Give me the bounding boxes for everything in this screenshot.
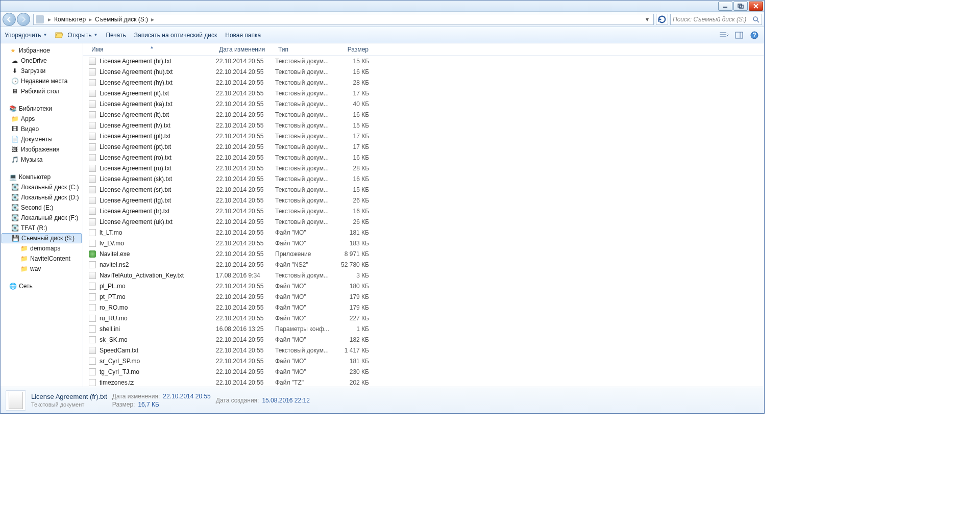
file-row[interactable]: Navitel.exe22.10.2014 20:55Приложение8 9… [83, 248, 764, 259]
disk-icon: 💽 [11, 214, 19, 222]
sidebar-item-disk-c[interactable]: 💽Локальный диск (C:) [1, 182, 83, 192]
file-name: ro_RO.mo [100, 304, 216, 311]
address-bar[interactable]: ▸ Компьютер ▸ Съемный диск (S:) ▸ ▾ [33, 14, 654, 25]
sidebar-item-video[interactable]: 🎞Видео [1, 124, 83, 134]
search-placeholder: Поиск: Съемный диск (S:) [673, 16, 752, 23]
sidebar-item-desktop[interactable]: 🖥Рабочий стол [1, 86, 83, 96]
file-icon [88, 282, 96, 290]
search-input[interactable]: Поиск: Съемный диск (S:) [670, 14, 762, 25]
file-row[interactable]: License Agreement (hy).txt22.10.2014 20:… [83, 77, 764, 88]
forward-button[interactable] [17, 13, 30, 26]
minimize-button[interactable] [718, 2, 732, 11]
sidebar-item-wav[interactable]: 📁wav [1, 264, 83, 274]
file-icon [88, 271, 96, 280]
file-row[interactable]: SpeedCam.txt22.10.2014 20:55Текстовый до… [83, 345, 764, 356]
close-button[interactable] [749, 2, 763, 11]
preview-pane-button[interactable] [733, 30, 745, 41]
file-row[interactable]: ru_RU.mo22.10.2014 20:55Файл "MO"227 КБ [83, 313, 764, 323]
file-rows[interactable]: License Agreement (hr).txt22.10.2014 20:… [83, 56, 764, 387]
sidebar-item-disk-d[interactable]: 💽Локальный диск (D:) [1, 192, 83, 203]
titlebar [1, 1, 764, 12]
file-row[interactable]: License Agreement (pt).txt22.10.2014 20:… [83, 141, 764, 152]
file-row[interactable]: pl_PL.mo22.10.2014 20:55Файл "MO"180 КБ [83, 281, 764, 291]
burn-button[interactable]: Записать на оптический диск [134, 32, 217, 39]
file-row[interactable]: License Agreement (hu).txt22.10.2014 20:… [83, 66, 764, 77]
sidebar-item-disk-e[interactable]: 💽Second (E:) [1, 203, 83, 213]
sidebar-item-pictures[interactable]: 🖼Изображения [1, 144, 83, 155]
new-folder-button[interactable]: Новая папка [225, 32, 261, 39]
file-size: 28 КБ [331, 79, 372, 86]
file-row[interactable]: License Agreement (tr).txt22.10.2014 20:… [83, 206, 764, 216]
sidebar-item-music[interactable]: 🎵Музыка [1, 155, 83, 165]
file-row[interactable]: ro_RO.mo22.10.2014 20:55Файл "MO"179 КБ [83, 302, 764, 313]
file-row[interactable]: pt_PT.mo22.10.2014 20:55Файл "MO"179 КБ [83, 291, 764, 302]
print-button[interactable]: Печать [106, 32, 126, 39]
refresh-button[interactable] [656, 14, 668, 25]
back-button[interactable] [3, 13, 16, 26]
file-name: ru_RU.mo [100, 315, 216, 322]
sidebar-item-disk-f[interactable]: 💽Локальный диск (F:) [1, 213, 83, 223]
file-type: Текстовый докум... [275, 165, 331, 172]
sidebar-libraries[interactable]: 📚Библиотеки [1, 104, 83, 114]
file-date: 22.10.2014 20:55 [216, 143, 275, 150]
sidebar-favorites[interactable]: ★Избранное [1, 45, 83, 56]
sidebar-item-recent[interactable]: 🕓Недавние места [1, 76, 83, 86]
open-button[interactable]: Открыть▼ [55, 31, 97, 39]
file-row[interactable]: navitel.ns222.10.2014 20:55Файл "NS2"52 … [83, 259, 764, 270]
file-name: navitel.ns2 [100, 261, 216, 268]
file-row[interactable]: NaviTelAuto_Activation_Key.txt17.08.2016… [83, 270, 764, 281]
file-name: NaviTelAuto_Activation_Key.txt [100, 272, 216, 279]
sidebar-computer[interactable]: 💻Компьютер [1, 172, 83, 182]
file-row[interactable]: sr_Cyrl_SP.mo22.10.2014 20:55Файл "MO"18… [83, 356, 764, 366]
breadcrumb-drive[interactable]: Съемный диск (S:) [94, 16, 149, 23]
file-row[interactable]: License Agreement (ro).txt22.10.2014 20:… [83, 152, 764, 163]
file-row[interactable]: License Agreement (ka).txt22.10.2014 20:… [83, 98, 764, 109]
sidebar-item-documents[interactable]: 📄Документы [1, 134, 83, 144]
sidebar-item-demomaps[interactable]: 📁demomaps [1, 243, 83, 254]
file-row[interactable]: License Agreement (it).txt22.10.2014 20:… [83, 88, 764, 98]
file-row[interactable]: sk_SK.mo22.10.2014 20:55Файл "MO"182 КБ [83, 334, 764, 345]
file-row[interactable]: tg_Cyrl_TJ.mo22.10.2014 20:55Файл "MO"23… [83, 366, 764, 377]
column-type[interactable]: Тип [275, 46, 331, 53]
file-row[interactable]: License Agreement (sk).txt22.10.2014 20:… [83, 173, 764, 184]
file-type: Файл "MO" [275, 315, 331, 322]
file-row[interactable]: shell.ini16.08.2016 13:25Параметры конф.… [83, 323, 764, 334]
disk-icon: 💽 [11, 183, 19, 191]
file-row[interactable]: License Agreement (ru).txt22.10.2014 20:… [83, 163, 764, 173]
sidebar-item-disk-s[interactable]: 💾Съемный диск (S:) [2, 233, 82, 243]
sidebar-item-disk-r[interactable]: 💽TFAT (R:) [1, 223, 83, 233]
file-row[interactable]: lv_LV.mo22.10.2014 20:55Файл "MO"183 КБ [83, 238, 764, 248]
file-date: 22.10.2014 20:55 [216, 261, 275, 268]
music-icon: 🎵 [11, 156, 19, 164]
file-name: License Agreement (sk).txt [100, 175, 216, 183]
sidebar-item-apps[interactable]: 📁Apps [1, 114, 83, 124]
file-row[interactable]: License Agreement (tg).txt22.10.2014 20:… [83, 195, 764, 206]
sidebar-item-downloads[interactable]: ⬇Загрузки [1, 66, 83, 76]
column-name[interactable]: Имя▲ [88, 46, 216, 53]
sidebar-item-navitelcontent[interactable]: 📁NavitelContent [1, 254, 83, 264]
view-mode-button[interactable] [718, 30, 729, 41]
file-size: 16 КБ [331, 154, 372, 161]
help-button[interactable]: ? [749, 30, 760, 41]
address-dropdown-icon[interactable]: ▾ [643, 16, 651, 23]
svg-rect-11 [736, 32, 743, 38]
column-size[interactable]: Размер [331, 46, 372, 53]
details-filetype: Текстовый документ [31, 401, 107, 408]
sidebar-item-onedrive[interactable]: ☁OneDrive [1, 56, 83, 66]
file-row[interactable]: License Agreement (sr).txt22.10.2014 20:… [83, 184, 764, 195]
file-name: shell.ini [100, 325, 216, 333]
file-size: 1 417 КБ [331, 347, 372, 354]
file-name: sr_Cyrl_SP.mo [100, 358, 216, 365]
file-row[interactable]: License Agreement (lt).txt22.10.2014 20:… [83, 109, 764, 120]
file-row[interactable]: License Agreement (uk).txt22.10.2014 20:… [83, 216, 764, 227]
column-date[interactable]: Дата изменения [216, 46, 275, 53]
file-row[interactable]: License Agreement (hr).txt22.10.2014 20:… [83, 56, 764, 66]
file-row[interactable]: License Agreement (lv).txt22.10.2014 20:… [83, 120, 764, 131]
sidebar-network[interactable]: 🌐Сеть [1, 281, 83, 291]
organize-button[interactable]: Упорядочить▼ [5, 32, 47, 39]
file-row[interactable]: lt_LT.mo22.10.2014 20:55Файл "MO"181 КБ [83, 227, 764, 238]
file-row[interactable]: timezones.tz22.10.2014 20:55Файл "TZ"202… [83, 377, 764, 387]
maximize-button[interactable] [733, 2, 748, 11]
file-row[interactable]: License Agreement (pl).txt22.10.2014 20:… [83, 131, 764, 141]
breadcrumb-computer[interactable]: Компьютер [53, 16, 87, 23]
